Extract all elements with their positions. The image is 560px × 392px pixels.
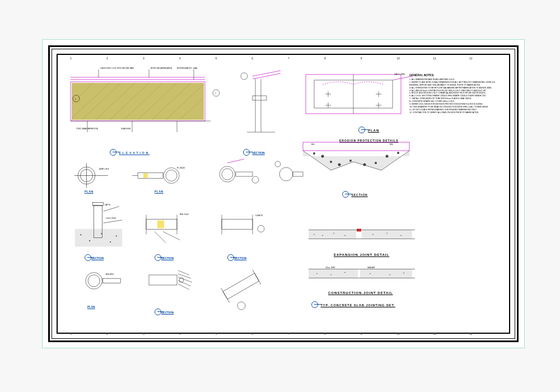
svg-point-54: [330, 161, 332, 163]
svg-text:CAP PL: CAP PL: [105, 204, 111, 206]
svg-point-135: [316, 273, 318, 274]
detail-sec-alt: [138, 264, 205, 306]
svg-line-30: [253, 71, 281, 76]
svg-point-36: [241, 73, 248, 80]
svg-point-79: [279, 167, 293, 181]
svg-point-60: [397, 152, 399, 154]
svg-point-123: [314, 234, 315, 235]
svg-rect-122: [362, 230, 412, 239]
detail-plan-3: [205, 157, 267, 191]
svg-rect-76: [236, 172, 253, 176]
svg-point-58: [375, 162, 377, 164]
svg-text:100x50 THICK C.H.S. POST SECUR: 100x50 THICK C.H.S. POST SECURE TANK: [100, 67, 134, 69]
svg-line-92: [103, 220, 122, 223]
svg-point-59: [386, 155, 389, 158]
svg-point-81: [275, 161, 281, 167]
detail-marker-icon: [358, 127, 365, 133]
detail-marker-icon: [85, 254, 91, 261]
svg-text:C.H.S. POST: C.H.S. POST: [106, 217, 116, 220]
svg-point-125: [333, 233, 334, 234]
svg-point-140: [403, 273, 404, 274]
svg-rect-72: [143, 174, 148, 178]
svg-point-128: [386, 233, 388, 234]
svg-point-53: [321, 155, 324, 158]
svg-rect-121: [309, 230, 356, 239]
detail-plan-4: [269, 157, 309, 191]
detail-sec-3-label: SECTION: [227, 251, 246, 262]
svg-rect-133: [309, 269, 358, 278]
svg-text:CLEAT PL: CLEAT PL: [255, 214, 263, 217]
svg-point-126: [344, 235, 346, 236]
detail-sec-1: CAP PL C.H.S. POST: [68, 199, 129, 253]
svg-point-120: [237, 302, 245, 310]
svg-point-84: [89, 240, 90, 241]
svg-point-124: [322, 235, 323, 236]
svg-text:RHS 75x50: RHS 75x50: [180, 213, 189, 216]
svg-text:2: 2: [215, 92, 216, 95]
svg-rect-50: [303, 142, 409, 151]
general-notes-heading: GENERAL NOTES:: [409, 73, 505, 77]
svg-point-83: [80, 234, 81, 235]
svg-text:M16 BOLT: M16 BOLT: [106, 273, 114, 276]
detail-marker-icon: [227, 254, 234, 261]
svg-point-127: [372, 234, 374, 235]
svg-point-139: [389, 274, 390, 276]
detail-sec-2: RHS 75x50: [135, 202, 202, 250]
svg-text:NGL: NGL: [390, 143, 394, 146]
detail-plan-1: 100Ø C.H.S.: [71, 160, 121, 191]
svg-text:SEALANT: SEALANT: [367, 267, 375, 269]
svg-rect-97: [157, 221, 164, 228]
detail-sec-alt-label: SECTION: [155, 306, 174, 316]
svg-point-104: [258, 226, 264, 232]
svg-point-129: [400, 235, 402, 236]
section-small: [236, 65, 286, 143]
detail-marker-icon: [155, 254, 161, 261]
svg-marker-51: [303, 151, 409, 170]
svg-point-87: [116, 235, 117, 236]
detail-plan-5-label: PLAN: [87, 300, 95, 310]
detail-sec-3: CLEAT PL: [208, 202, 275, 250]
expansion-joint: [306, 222, 418, 247]
svg-rect-108: [103, 278, 121, 283]
svg-rect-110: [149, 275, 177, 285]
detail-marker-icon: [342, 191, 349, 198]
svg-rect-70: [138, 173, 163, 179]
detail-marker-icon: [110, 149, 116, 156]
section-small-title: SECTION: [243, 146, 265, 156]
svg-line-112: [178, 274, 191, 278]
svg-rect-130: [357, 229, 361, 232]
detail-plan-2: PL 100x10: [129, 160, 197, 191]
construction-joint: 25mm JOINT SEALANT: [306, 261, 418, 286]
svg-point-52: [313, 152, 315, 155]
svg-text:25mm JOINT: 25mm JOINT: [325, 267, 335, 269]
svg-text:ROOFING AND R.C. SLAB: ROOFING AND R.C. SLAB: [177, 67, 197, 69]
svg-point-107: [88, 275, 100, 287]
plan-erosion: 50Ø G.I. PIPE: [300, 68, 412, 124]
svg-point-57: [363, 164, 366, 166]
svg-text:CONC. BEAM (REFER STR): CONC. BEAM (REFER STR): [76, 128, 98, 130]
svg-marker-1: [72, 83, 204, 120]
svg-point-26: [213, 90, 220, 96]
drawing-sheet: 1 2 3 4 5 6 7 8 9 10 11 12 1 2 3 4 5 6 7…: [42, 39, 525, 348]
svg-point-77: [252, 176, 259, 183]
svg-text:50Ø G.I. PIPE: 50Ø G.I. PIPE: [394, 73, 405, 76]
svg-line-99: [155, 232, 166, 243]
svg-text:NGL: NGL: [311, 143, 315, 146]
construction-joint-title: CONSTRUCTION JOINT DETAIL: [328, 286, 393, 296]
general-notes: GENERAL NOTES: 1. ALL DIMENSIONS ARE IN …: [409, 73, 505, 114]
grid-columns-top: 1 2 3 4 5 6 7 8 9 10 11 12: [57, 57, 510, 62]
detail-marker-icon: [243, 149, 250, 156]
svg-line-78: [227, 159, 244, 163]
detail-marker-icon: [311, 301, 318, 308]
svg-point-69: [166, 170, 177, 181]
svg-text:100Ø C.H.S.: 100Ø C.H.S.: [99, 168, 110, 170]
detail-sec-2-label: SECTION: [155, 251, 174, 262]
detail-angled: [211, 261, 278, 317]
svg-point-75: [222, 169, 233, 180]
svg-point-55: [338, 164, 341, 166]
detail-sec-1-label: SECTION: [85, 251, 104, 262]
svg-line-114: [178, 281, 191, 286]
svg-rect-80: [293, 172, 303, 176]
detail-plan-5: M16 BOLT: [76, 264, 129, 300]
elevation-title: ELEVATION: [110, 146, 150, 156]
